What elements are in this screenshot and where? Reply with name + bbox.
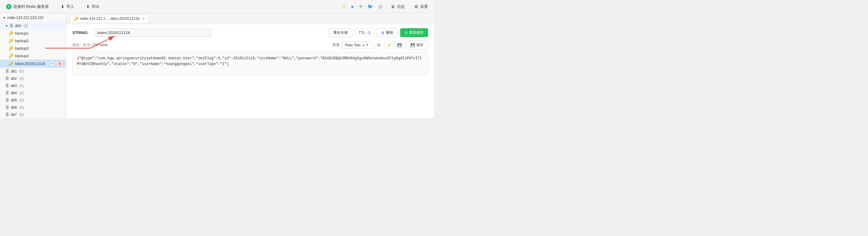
key-name-backup1: backup1 [15, 31, 29, 36]
db2-item[interactable]: 🗄 db2 (0) [0, 75, 66, 82]
delete-label: 删除 [386, 30, 393, 35]
db3-count: (0) [19, 84, 24, 88]
db6-count: (0) [19, 105, 24, 109]
key-edit-btn[interactable]: ✏ [50, 61, 56, 66]
key-actions: ✏ 🗑 [50, 61, 63, 66]
format-button[interactable]: ⚡ [385, 41, 393, 49]
db4-cylinder-icon: 🗄 [5, 91, 9, 95]
key-item-backup2[interactable]: 🔑 backup2 [0, 37, 66, 44]
db3-cylinder-icon: 🗄 [5, 84, 9, 88]
view-mode-select[interactable]: Plain Text ▲ ▼ [341, 41, 372, 49]
save-label: 保存 [416, 42, 424, 47]
key-item-backup1[interactable]: 🔑 backup1 [0, 30, 66, 37]
main-layout: redis-124.222.223.222 🗄 db0 (5) 🔑 backup… [0, 13, 434, 118]
db7-item[interactable]: 🗄 db7 (0) [0, 111, 66, 118]
sidebar: redis-124.222.223.222 🗄 db0 (5) 🔑 backup… [0, 13, 66, 118]
db3-item[interactable]: 🗄 db3 (0) [0, 82, 66, 90]
db2-cylinder-icon: 🗄 [5, 76, 9, 81]
twitter-icon[interactable]: 🐦 [367, 4, 373, 9]
db5-cylinder-icon: 🗄 [5, 98, 9, 102]
db2-label: db2 [11, 76, 17, 81]
key-editor: STRING: 重命名键 TTL [66, 24, 434, 118]
download-button[interactable]: 💾 [395, 41, 404, 49]
key-delete-btn[interactable]: 🗑 [57, 61, 63, 66]
connect-icon: + [6, 4, 11, 9]
discord-icon[interactable]: ◎ [378, 4, 382, 9]
warning-icon[interactable]: ⚠ [342, 4, 346, 9]
server-item[interactable]: redis-124.222.223.222 [0, 13, 66, 22]
key-header-row: STRING: 重命名键 TTL [72, 28, 428, 37]
save-icon: 💾 [410, 43, 415, 47]
save-button[interactable]: 💾 保存 [406, 41, 428, 49]
db5-item[interactable]: 🗄 db5 (0) [0, 97, 66, 104]
export-label: 导出 [92, 4, 99, 9]
log-button[interactable]: 🖥 日志 [389, 3, 407, 10]
db0-count: (5) [24, 24, 28, 28]
db6-item[interactable]: 🗄 db6 (0) [0, 104, 66, 111]
meta-label: 键值: [72, 42, 81, 47]
db0-expand-icon [5, 25, 8, 27]
value-area[interactable]: {"@type":"com.hgw.springsecurityjwtdemo0… [72, 52, 428, 76]
key-icon-backup2: 🔑 [8, 38, 13, 43]
help-icon[interactable]: ● [351, 4, 354, 9]
db1-label: db1 [11, 69, 17, 73]
db3-label: db3 [11, 84, 17, 88]
settings-label: 设置 [420, 4, 428, 9]
connect-label: 连接到 Redis 服务器 [13, 4, 49, 9]
log-icon: 🖥 [391, 4, 395, 9]
tab-bar: 🔑 redis-124.222.2 ... oken:2019112118 × [66, 13, 434, 24]
toolbar-center: ⚠ ● ✈ 🐦 ◎ [342, 4, 382, 9]
tab-close-btn[interactable]: × [142, 16, 145, 21]
telegram-icon[interactable]: ✈ [359, 4, 363, 9]
import-label: 导入 [66, 4, 74, 9]
key-name-backup4: backup4 [15, 54, 29, 58]
log-label: 日志 [397, 4, 405, 9]
db0-item[interactable]: 🗄 db0 (5) [0, 22, 66, 30]
settings-icon: ⚙ [414, 4, 418, 9]
connect-button[interactable]: + 连接到 Redis 服务器 [4, 3, 51, 10]
reload-label: 重载键值 [409, 30, 424, 35]
db1-count: (0) [19, 69, 24, 73]
db7-label: db7 [11, 112, 17, 117]
key-icon-backup3: 🔑 [8, 46, 13, 50]
db0-label: db0 [15, 24, 21, 28]
key-name-backup3: backup3 [15, 46, 29, 50]
db5-count: (0) [19, 98, 24, 102]
import-icon: ⬇ [61, 4, 64, 9]
key-item-backup3[interactable]: 🔑 backup3 [0, 44, 66, 52]
copy-button[interactable]: ⧉ [375, 41, 383, 49]
type-label: STRING: [72, 30, 90, 35]
db6-label: db6 [11, 105, 17, 109]
active-tab[interactable]: 🔑 redis-124.222.2 ... oken:2019112118 × [70, 15, 149, 22]
db6-cylinder-icon: 🗄 [5, 105, 9, 109]
db4-item[interactable]: 🗄 db4 (0) [0, 90, 66, 97]
export-icon: ⬆ [86, 4, 90, 9]
key-item-token[interactable]: 🔑 token:2019112118 ✏ 🗑 [0, 60, 66, 68]
controls-row: 键值: 大小: 229 bytes 查看 Plain Text ▲ ▼ ⧉ ⚡ … [72, 41, 428, 49]
reload-key-button[interactable]: ↻ 重载键值 [400, 28, 428, 37]
rename-key-button[interactable]: 重命名键 [329, 28, 352, 37]
export-button[interactable]: ⬆ 导出 [84, 3, 102, 10]
action-buttons: 重命名键 TTL: -1 🗑 删除 ↻ 重载键值 [329, 28, 428, 37]
settings-button[interactable]: ⚙ 设置 [412, 3, 430, 10]
key-icon-token: 🔑 [8, 61, 13, 66]
db0-cylinder-icon: 🗄 [10, 24, 13, 28]
db2-count: (0) [19, 76, 24, 81]
rename-label: 重命名键 [333, 30, 348, 35]
key-item-backup4[interactable]: 🔑 backup4 [0, 52, 66, 60]
db4-count: (0) [19, 91, 24, 95]
toolbar-right: 🖥 日志 ⚙ 设置 [389, 3, 430, 10]
db1-item[interactable]: 🗄 db1 (0) [0, 68, 66, 75]
db1-cylinder-icon: 🗄 [5, 69, 9, 73]
server-name: redis-124.222.223.222 [7, 15, 43, 20]
view-controls: 查看 Plain Text ▲ ▼ [333, 41, 372, 49]
key-name-input[interactable] [94, 29, 211, 37]
tab-key-icon: 🔑 [74, 16, 79, 21]
delete-key-button[interactable]: 🗑 删除 [377, 28, 398, 37]
content-area: 🔑 redis-124.222.2 ... oken:2019112118 × … [66, 13, 434, 118]
import-button[interactable]: ⬇ 导入 [59, 3, 76, 10]
icon-buttons: ⧉ ⚡ 💾 [375, 41, 404, 49]
db7-count: (0) [19, 112, 24, 117]
meta-size: 大小: 229 bytes [83, 42, 108, 47]
key-name-token: token:2019112118 [15, 62, 45, 66]
